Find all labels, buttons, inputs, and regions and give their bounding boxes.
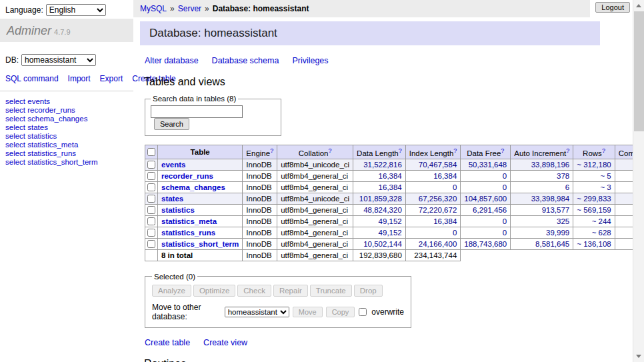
table-row: recorder_runs InnoDB utf8mb4_general_ci … xyxy=(145,170,644,181)
table-link[interactable]: recorder_runs xyxy=(161,172,213,180)
app-header: Adminer4.7.9 xyxy=(0,19,133,42)
column-help-link[interactable]: ? xyxy=(501,147,504,154)
collation-cell: utf8mb4_general_ci xyxy=(277,170,353,181)
table-name-cell: statistics_short_term xyxy=(158,238,243,249)
column-help-link[interactable]: ? xyxy=(270,147,273,154)
sidebar-table-link[interactable]: select states xyxy=(5,123,128,132)
page-title: Database: homeassistant xyxy=(140,21,600,45)
sidebar-table-link[interactable]: select statistics_meta xyxy=(5,141,128,149)
check-button[interactable]: Check xyxy=(237,285,271,297)
column-help-link[interactable]: ? xyxy=(453,147,457,154)
sidebar-table-link[interactable]: select recorder_runs xyxy=(5,106,128,115)
truncate-button[interactable]: Truncate xyxy=(310,285,352,297)
engine-cell: InnoDB xyxy=(243,215,277,227)
sidebar-table-link[interactable]: select events xyxy=(5,97,128,106)
search-button[interactable]: Search xyxy=(154,118,189,130)
index-length-cell: 24,166,400 xyxy=(405,238,461,249)
rows-cell: ~ 3 xyxy=(573,181,615,193)
routines-section-title: Routines xyxy=(144,358,633,362)
database-action-link[interactable]: Database schema xyxy=(212,56,279,65)
scrollbar-thumb[interactable] xyxy=(634,11,644,131)
table-row: events InnoDB utf8mb4_unicode_ci 31,522,… xyxy=(145,159,644,170)
data-length-cell: 16,384 xyxy=(353,181,406,193)
scrollbar-up-button[interactable] xyxy=(633,0,644,11)
row-checkbox[interactable] xyxy=(147,240,155,248)
scrollbar-down-button[interactable] xyxy=(633,351,644,362)
copy-button[interactable]: Copy xyxy=(326,307,355,317)
selected-fieldset: Selected (0) AnalyzeOptimizeCheckRepairT… xyxy=(145,273,411,328)
column-header: Rows? xyxy=(573,145,615,159)
table-link[interactable]: statistics_runs xyxy=(161,229,215,237)
create-link[interactable]: Create view xyxy=(203,338,247,347)
column-header: Data Free? xyxy=(461,145,511,159)
collation-cell: utf8mb4_general_ci xyxy=(277,181,353,193)
sidebar-action-link[interactable]: Import xyxy=(68,74,91,83)
sidebar-table-link[interactable]: select statistics_short_term xyxy=(5,158,128,167)
rows-cell: ~ 5 xyxy=(573,170,615,181)
row-checkbox[interactable] xyxy=(147,195,155,203)
app-version: 4.7.9 xyxy=(54,28,70,36)
select-all-checkbox[interactable] xyxy=(147,148,155,156)
column-help-link[interactable]: ? xyxy=(328,147,331,154)
arrow-up-icon xyxy=(636,4,641,7)
auto-increment-cell: 33,898,196 xyxy=(511,159,573,170)
language-label: Language: xyxy=(5,5,43,15)
table-footer-links: Create tableCreate view xyxy=(145,338,633,347)
repair-button[interactable]: Repair xyxy=(273,285,308,297)
vertical-scrollbar[interactable] xyxy=(633,0,644,362)
logout-button[interactable]: Logout xyxy=(595,2,630,13)
auto-increment-cell: 8,581,645 xyxy=(511,238,573,249)
optimize-button[interactable]: Optimize xyxy=(193,285,235,297)
app-logo: Adminer xyxy=(7,24,51,37)
sidebar-action-link[interactable]: SQL command xyxy=(5,74,59,83)
data-free-cell: 0 xyxy=(461,181,511,193)
move-db-select[interactable]: homeassistant xyxy=(225,307,289,317)
database-action-link[interactable]: Privileges xyxy=(292,56,328,65)
row-checkbox[interactable] xyxy=(147,183,155,191)
auto-increment-cell: 378 xyxy=(511,170,573,181)
table-link[interactable]: schema_changes xyxy=(161,183,225,191)
table-name-cell: statistics_runs xyxy=(158,227,243,238)
sidebar-table-link[interactable]: select statistics_runs xyxy=(5,149,128,158)
engine-cell: InnoDB xyxy=(243,181,277,193)
move-button[interactable]: Move xyxy=(293,307,323,317)
rows-cell: ~ 628 xyxy=(573,227,615,238)
logout-area: Logout xyxy=(590,0,633,17)
breadcrumb-link[interactable]: Server xyxy=(178,4,201,13)
sidebar-table-link[interactable]: select statistics xyxy=(5,132,128,141)
data-free-cell: 104,857,600 xyxy=(461,193,511,204)
row-checkbox[interactable] xyxy=(147,229,155,237)
column-header: Data Length? xyxy=(353,145,406,159)
search-legend: Search data in tables (8) xyxy=(151,95,238,103)
row-checkbox[interactable] xyxy=(147,172,155,180)
table-link[interactable]: events xyxy=(161,161,185,169)
table-link[interactable]: statistics_short_term xyxy=(161,240,239,248)
row-checkbox[interactable] xyxy=(147,161,155,169)
selected-legend: Selected (0) xyxy=(152,273,197,281)
create-link[interactable]: Create table xyxy=(145,338,190,347)
table-link[interactable]: statistics xyxy=(161,206,195,214)
column-help-link[interactable]: ? xyxy=(566,147,569,154)
move-row: Move to other database: homeassistant Mo… xyxy=(152,303,404,321)
breadcrumb-link[interactable]: MySQL xyxy=(140,4,167,13)
column-help-link[interactable]: ? xyxy=(399,147,402,154)
row-checkbox[interactable] xyxy=(147,206,155,214)
language-select[interactable]: English xyxy=(46,4,106,16)
db-select[interactable]: homeassistant xyxy=(21,54,96,66)
drop-button[interactable]: Drop xyxy=(354,285,383,297)
data-free-cell: 188,743,680 xyxy=(461,238,511,249)
sidebar-table-link[interactable]: select schema_changes xyxy=(5,115,128,123)
table-name-cell: events xyxy=(158,159,243,170)
database-action-link[interactable]: Alter database xyxy=(145,56,199,65)
overwrite-checkbox[interactable] xyxy=(359,308,367,316)
sidebar-action-link[interactable]: Export xyxy=(100,74,123,83)
table-link[interactable]: statistics_meta xyxy=(161,217,217,225)
analyze-button[interactable]: Analyze xyxy=(152,285,191,297)
table-link[interactable]: states xyxy=(161,195,183,203)
search-input[interactable] xyxy=(151,105,243,118)
row-checkbox[interactable] xyxy=(147,217,155,225)
total-collation-cell: utf8mb4_general_ci xyxy=(277,249,353,261)
main-content: MySQL»Server»Database: homeassistant Log… xyxy=(133,0,633,362)
auto-increment-cell: 33,398,984 xyxy=(511,193,573,204)
column-help-link[interactable]: ? xyxy=(602,147,605,154)
